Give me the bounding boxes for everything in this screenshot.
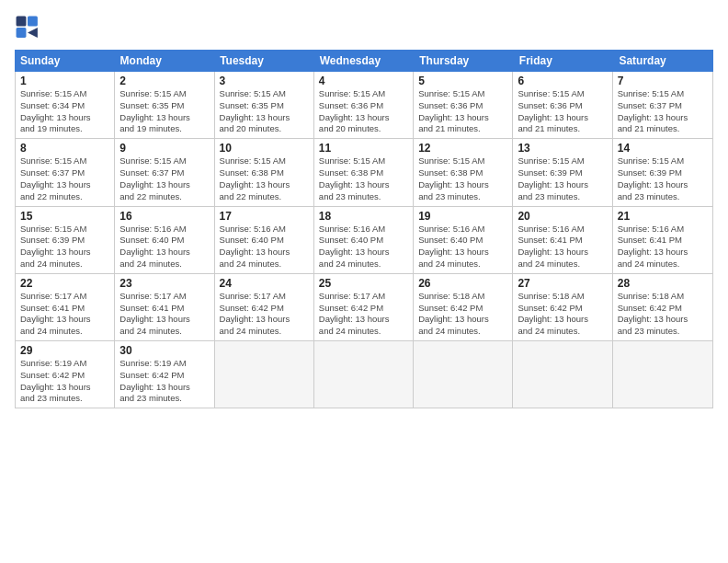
day-info: Sunrise: 5:15 AM Sunset: 6:36 PM Dayligh… [418, 88, 507, 135]
calendar-header: SundayMondayTuesdayWednesdayThursdayFrid… [15, 50, 713, 72]
header-day-thursday: Thursday [414, 50, 514, 72]
day-info: Sunrise: 5:16 AM Sunset: 6:40 PM Dayligh… [418, 224, 507, 270]
calendar-cell: 28Sunrise: 5:18 AM Sunset: 6:42 PM Dayli… [613, 274, 712, 340]
calendar-cell: 19Sunrise: 5:16 AM Sunset: 6:40 PM Dayli… [414, 207, 513, 273]
calendar-row-3: 15Sunrise: 5:15 AM Sunset: 6:39 PM Dayli… [16, 207, 712, 274]
calendar-cell: 26Sunrise: 5:18 AM Sunset: 6:42 PM Dayli… [414, 274, 513, 340]
header-day-wednesday: Wednesday [314, 50, 415, 72]
day-info: Sunrise: 5:19 AM Sunset: 6:42 PM Dayligh… [20, 358, 109, 405]
header-day-monday: Monday [115, 50, 215, 72]
calendar-cell: 13Sunrise: 5:15 AM Sunset: 6:39 PM Dayli… [513, 139, 612, 205]
day-info: Sunrise: 5:16 AM Sunset: 6:40 PM Dayligh… [220, 224, 309, 270]
day-info: Sunrise: 5:18 AM Sunset: 6:42 PM Dayligh… [518, 291, 607, 338]
day-info: Sunrise: 5:18 AM Sunset: 6:42 PM Dayligh… [418, 291, 507, 338]
calendar-cell [314, 341, 414, 408]
calendar-cell: 12Sunrise: 5:15 AM Sunset: 6:38 PM Dayli… [414, 139, 513, 205]
day-info: Sunrise: 5:19 AM Sunset: 6:42 PM Dayligh… [119, 358, 209, 405]
day-info: Sunrise: 5:18 AM Sunset: 6:42 PM Dayligh… [618, 291, 708, 338]
day-info: Sunrise: 5:15 AM Sunset: 6:39 PM Dayligh… [618, 155, 708, 202]
header [15, 15, 713, 40]
day-info: Sunrise: 5:15 AM Sunset: 6:35 PM Dayligh… [220, 88, 309, 135]
calendar-cell: 21Sunrise: 5:16 AM Sunset: 6:41 PM Dayli… [613, 207, 712, 273]
day-info: Sunrise: 5:15 AM Sunset: 6:37 PM Dayligh… [20, 155, 109, 202]
logo [15, 15, 44, 40]
calendar-cell [613, 341, 712, 408]
day-info: Sunrise: 5:15 AM Sunset: 6:38 PM Dayligh… [220, 155, 309, 202]
calendar-cell: 11Sunrise: 5:15 AM Sunset: 6:38 PM Dayli… [314, 139, 414, 205]
day-info: Sunrise: 5:15 AM Sunset: 6:36 PM Dayligh… [518, 88, 607, 135]
calendar-cell: 9Sunrise: 5:15 AM Sunset: 6:37 PM Daylig… [115, 139, 214, 205]
header-day-saturday: Saturday [613, 50, 713, 72]
day-number: 18 [319, 210, 408, 223]
day-info: Sunrise: 5:15 AM Sunset: 6:37 PM Dayligh… [618, 88, 708, 135]
day-info: Sunrise: 5:16 AM Sunset: 6:41 PM Dayligh… [618, 224, 708, 270]
header-day-sunday: Sunday [15, 50, 115, 72]
calendar-cell: 2Sunrise: 5:15 AM Sunset: 6:35 PM Daylig… [115, 72, 214, 138]
calendar-cell [215, 341, 314, 408]
header-day-tuesday: Tuesday [214, 50, 314, 72]
day-info: Sunrise: 5:15 AM Sunset: 6:39 PM Dayligh… [518, 155, 607, 202]
calendar: SundayMondayTuesdayWednesdayThursdayFrid… [15, 50, 713, 548]
day-info: Sunrise: 5:17 AM Sunset: 6:41 PM Dayligh… [20, 291, 109, 338]
svg-rect-1 [28, 17, 38, 27]
day-number: 12 [418, 142, 507, 155]
calendar-cell: 4Sunrise: 5:15 AM Sunset: 6:36 PM Daylig… [314, 72, 414, 138]
day-info: Sunrise: 5:16 AM Sunset: 6:40 PM Dayligh… [319, 224, 408, 270]
day-number: 16 [119, 210, 209, 223]
day-info: Sunrise: 5:15 AM Sunset: 6:39 PM Dayligh… [20, 224, 109, 270]
day-number: 11 [319, 142, 408, 155]
calendar-row-5: 29Sunrise: 5:19 AM Sunset: 6:42 PM Dayli… [16, 341, 712, 408]
page: SundayMondayTuesdayWednesdayThursdayFrid… [0, 0, 728, 563]
day-info: Sunrise: 5:16 AM Sunset: 6:40 PM Dayligh… [119, 224, 209, 270]
calendar-cell: 22Sunrise: 5:17 AM Sunset: 6:41 PM Dayli… [16, 274, 115, 340]
day-number: 10 [220, 142, 309, 155]
calendar-cell: 7Sunrise: 5:15 AM Sunset: 6:37 PM Daylig… [613, 72, 712, 138]
day-info: Sunrise: 5:15 AM Sunset: 6:38 PM Dayligh… [319, 155, 408, 202]
day-info: Sunrise: 5:15 AM Sunset: 6:38 PM Dayligh… [418, 155, 507, 202]
calendar-cell: 24Sunrise: 5:17 AM Sunset: 6:42 PM Dayli… [215, 274, 314, 340]
day-number: 17 [220, 210, 309, 223]
day-number: 21 [618, 210, 708, 223]
day-number: 24 [220, 277, 309, 290]
day-info: Sunrise: 5:17 AM Sunset: 6:42 PM Dayligh… [319, 291, 408, 338]
header-day-friday: Friday [514, 50, 614, 72]
svg-marker-3 [28, 28, 38, 38]
day-number: 13 [518, 142, 607, 155]
day-number: 28 [618, 277, 708, 290]
calendar-cell: 27Sunrise: 5:18 AM Sunset: 6:42 PM Dayli… [513, 274, 612, 340]
day-number: 9 [119, 142, 209, 155]
day-number: 23 [119, 277, 209, 290]
day-number: 4 [319, 75, 408, 87]
calendar-cell: 15Sunrise: 5:15 AM Sunset: 6:39 PM Dayli… [16, 207, 115, 273]
day-number: 30 [119, 344, 209, 357]
day-number: 26 [418, 277, 507, 290]
day-number: 7 [618, 75, 708, 87]
calendar-cell: 14Sunrise: 5:15 AM Sunset: 6:39 PM Dayli… [613, 139, 712, 205]
day-info: Sunrise: 5:17 AM Sunset: 6:42 PM Dayligh… [220, 291, 309, 338]
day-number: 6 [518, 75, 607, 87]
day-number: 25 [319, 277, 408, 290]
calendar-cell: 10Sunrise: 5:15 AM Sunset: 6:38 PM Dayli… [215, 139, 314, 205]
day-number: 19 [418, 210, 507, 223]
day-number: 20 [518, 210, 607, 223]
calendar-cell [414, 341, 513, 408]
calendar-cell: 8Sunrise: 5:15 AM Sunset: 6:37 PM Daylig… [16, 139, 115, 205]
calendar-row-4: 22Sunrise: 5:17 AM Sunset: 6:41 PM Dayli… [16, 274, 712, 341]
calendar-cell: 30Sunrise: 5:19 AM Sunset: 6:42 PM Dayli… [115, 341, 214, 408]
day-number: 27 [518, 277, 607, 290]
day-number: 15 [20, 210, 109, 223]
calendar-cell: 3Sunrise: 5:15 AM Sunset: 6:35 PM Daylig… [215, 72, 314, 138]
day-number: 1 [20, 75, 109, 87]
calendar-cell: 23Sunrise: 5:17 AM Sunset: 6:41 PM Dayli… [115, 274, 214, 340]
calendar-cell: 20Sunrise: 5:16 AM Sunset: 6:41 PM Dayli… [513, 207, 612, 273]
day-info: Sunrise: 5:15 AM Sunset: 6:35 PM Dayligh… [119, 88, 209, 135]
calendar-row-2: 8Sunrise: 5:15 AM Sunset: 6:37 PM Daylig… [16, 139, 712, 206]
day-info: Sunrise: 5:15 AM Sunset: 6:34 PM Dayligh… [20, 88, 109, 135]
day-number: 8 [20, 142, 109, 155]
day-info: Sunrise: 5:15 AM Sunset: 6:36 PM Dayligh… [319, 88, 408, 135]
calendar-cell: 18Sunrise: 5:16 AM Sunset: 6:40 PM Dayli… [314, 207, 414, 273]
day-info: Sunrise: 5:17 AM Sunset: 6:41 PM Dayligh… [119, 291, 209, 338]
day-number: 14 [618, 142, 708, 155]
day-info: Sunrise: 5:15 AM Sunset: 6:37 PM Dayligh… [119, 155, 209, 202]
day-info: Sunrise: 5:16 AM Sunset: 6:41 PM Dayligh… [518, 224, 607, 270]
